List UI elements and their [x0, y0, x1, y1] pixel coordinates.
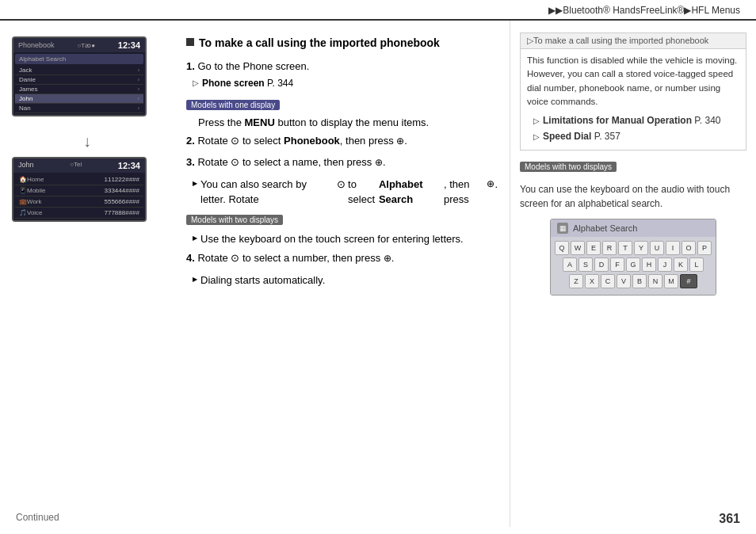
alphabet-search-bar: Alphabet Search: [15, 54, 143, 64]
key-J[interactable]: J: [658, 257, 672, 272]
step1-text: Go to the Phone screen.: [197, 60, 309, 72]
key-S[interactable]: S: [578, 257, 593, 272]
step-1: 1. Go to the Phone screen. ▷ Phone scree…: [186, 59, 498, 90]
device-clock-2: 12:34: [118, 161, 140, 170]
contact-nan: Nan›: [15, 104, 143, 113]
contact-jack: Jack›: [15, 66, 143, 75]
key-Q[interactable]: Q: [555, 241, 569, 255]
key-P[interactable]: P: [697, 241, 712, 255]
step3-bullet1: You can also search by letter. Rotate ⊙ …: [193, 177, 498, 208]
key-H[interactable]: H: [642, 257, 656, 272]
note-box-header: ▷To make a call using the imported phone…: [521, 33, 746, 49]
step-2: 2. Rotate ⊙ to select Phonebook, then pr…: [186, 133, 498, 149]
key-V[interactable]: V: [617, 274, 631, 288]
header-title: ▶▶Bluetooth® HandsFreeLink®▶HFL Menus: [548, 5, 740, 16]
device-header-1: Phonebook ○Tꜵ● 12:34: [13, 38, 145, 52]
model-two-badge-container: Models with two displays: [186, 212, 498, 228]
keyboard-screen: ▦ Alphabet Search Q W E R T Y U I O P: [550, 219, 716, 296]
right-model-two-desc: You can use the keyboard on the audio wi…: [520, 182, 746, 211]
step2-text: Rotate ⊙ to select Phonebook, then press…: [197, 135, 407, 147]
right-crossrefs: ▷ Limitations for Manual Operation P. 34…: [527, 113, 739, 143]
model-one-badge-container: Models with one display: [186, 97, 498, 113]
device-clock-1: 12:34: [118, 40, 140, 50]
page-number: 361: [719, 512, 740, 526]
key-Z[interactable]: Z: [569, 274, 583, 288]
keyboard-row-1: Q W E R T Y U I O P: [555, 241, 712, 255]
key-X[interactable]: X: [585, 274, 599, 288]
right-crossref-text-2: Speed Dial P. 357: [543, 129, 620, 143]
device-signal-1: ○Tꜵ●: [77, 42, 95, 49]
crossref-icon-1: ▷: [193, 77, 199, 89]
device-title-john: John: [18, 161, 34, 170]
key-hash[interactable]: #: [680, 274, 697, 288]
key-K[interactable]: K: [674, 257, 688, 272]
right-panel: ▷To make a call using the imported phone…: [510, 21, 756, 527]
contact-list: Jack› Danie› James› John› Nan›: [15, 66, 143, 113]
device-screen-1: Phonebook ○Tꜵ● 12:34 Alphabet Search Jac…: [12, 36, 147, 116]
key-N[interactable]: N: [648, 274, 662, 288]
model-one-text: Press the MENU button to display the men…: [198, 116, 498, 128]
black-square-icon: [186, 38, 194, 46]
step3-text: Rotate ⊙ to select a name, then press ⊕.: [197, 156, 385, 168]
key-W[interactable]: W: [571, 241, 585, 255]
right-crossref-icon-2: ▷: [533, 131, 540, 143]
contact-home: 🏠Home111222####: [15, 174, 143, 185]
device-title-phonebook: Phonebook: [18, 41, 55, 49]
footer: Continued 361: [0, 512, 756, 526]
page-header: ▶▶Bluetooth® HandsFreeLink®▶HFL Menus: [0, 0, 756, 21]
step4-text: Rotate ⊙ to select a number, then press …: [197, 252, 394, 264]
key-E[interactable]: E: [586, 241, 601, 255]
contact-voice: 🎵Voice777888####: [15, 208, 143, 219]
section-title: To make a call using the imported phoneb…: [186, 36, 498, 49]
key-R[interactable]: R: [602, 241, 617, 255]
model-one-badge: Models with one display: [186, 100, 280, 110]
keyboard-row-3: Z X C V B N M #: [555, 274, 712, 288]
model-two-badge: Models with two displays: [186, 215, 283, 225]
right-crossref-1: ▷ Limitations for Manual Operation P. 34…: [533, 113, 739, 128]
contact-john[interactable]: John›: [15, 94, 143, 104]
note-box: ▷To make a call using the imported phone…: [520, 32, 746, 151]
keyboard-header-icon: ▦: [557, 223, 568, 234]
key-L[interactable]: L: [689, 257, 704, 272]
key-O[interactable]: O: [682, 241, 696, 255]
step-4: 4. Rotate ⊙ to select a number, then pre…: [186, 250, 498, 266]
contact-detail-body: 🏠Home111222#### 📱Mobile333444#### 💼Work5…: [13, 173, 145, 220]
key-G[interactable]: G: [626, 257, 640, 272]
right-crossref-icon-1: ▷: [533, 115, 540, 127]
key-B[interactable]: B: [632, 274, 647, 288]
keyboard-row-2: A S D F G H J K L: [555, 257, 712, 272]
contact-work: 💼Work555666####: [15, 196, 143, 208]
footer-continued: Continued: [16, 512, 59, 526]
note-body-text: This function is disabled while the vehi…: [527, 54, 739, 109]
section-title-text: To make a call using the imported phoneb…: [199, 36, 440, 49]
device-screen-2: John ○Tel 12:34 🏠Home111222#### 📱Mobile3…: [12, 157, 147, 222]
key-M[interactable]: M: [664, 274, 678, 288]
arrow-down: ↓: [12, 126, 162, 157]
contact-danie: Danie›: [15, 75, 143, 85]
model-two-text: Use the keyboard on the touch screen for…: [193, 231, 498, 247]
key-C[interactable]: C: [601, 274, 615, 288]
note-box-body: This function is disabled while the vehi…: [521, 49, 746, 150]
key-I[interactable]: I: [666, 241, 680, 255]
crossref-phone-screen: Phone screen P. 344: [202, 76, 293, 90]
key-U[interactable]: U: [650, 241, 664, 255]
device-signal-2: ○Tel: [70, 161, 82, 170]
right-crossref-2: ▷ Speed Dial P. 357: [533, 129, 739, 143]
right-crossref-text-1: Limitations for Manual Operation P. 340: [543, 113, 721, 128]
left-panel: Phonebook ○Tꜵ● 12:34 Alphabet Search Jac…: [0, 21, 174, 527]
step-3: 3. Rotate ⊙ to select a name, then press…: [186, 154, 498, 170]
middle-panel: To make a call using the imported phoneb…: [174, 21, 510, 527]
device-body-1: Alphabet Search Jack› Danie› James› John…: [13, 52, 145, 115]
main-content: Phonebook ○Tꜵ● 12:34 Alphabet Search Jac…: [0, 21, 756, 527]
key-A[interactable]: A: [563, 257, 577, 272]
step1-crossref: ▷ Phone screen P. 344: [193, 76, 498, 90]
key-Y[interactable]: Y: [634, 241, 648, 255]
key-D[interactable]: D: [594, 257, 609, 272]
right-model-two-badge: Models with two displays: [520, 162, 617, 172]
key-F[interactable]: F: [610, 257, 624, 272]
contact-mobile: 📱Mobile333444####: [15, 185, 143, 196]
key-T[interactable]: T: [618, 241, 632, 255]
right-model-two-badge-container: Models with two displays: [520, 160, 746, 176]
keyboard-body: Q W E R T Y U I O P A S D F G: [551, 237, 716, 295]
contact-james: James›: [15, 85, 143, 94]
